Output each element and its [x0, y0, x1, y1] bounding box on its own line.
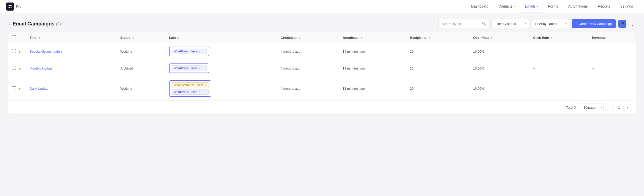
row-status-value: Working	[120, 87, 132, 90]
nav-link-contacts[interactable]: Contacts ▾	[494, 0, 520, 13]
row-open-rate-value: 10.00%	[473, 67, 484, 70]
label-remove-icon[interactable]: ×	[205, 84, 207, 87]
row-broadcast-cell: 13 minutes ago	[339, 60, 406, 77]
row-revenue-cell: --	[588, 77, 636, 101]
select-all-checkbox[interactable]	[12, 35, 16, 39]
row-recipients-cell: 20	[406, 77, 469, 101]
nav-contacts-label: Contacts	[499, 4, 512, 8]
filter-labels-wrapper: Filter by Labels ▾	[532, 19, 569, 28]
contacts-chevron-icon: ▾	[514, 5, 515, 8]
row-title-cell: Special discount offers	[26, 43, 116, 60]
row-labels-cell: WooCommerce Users×WordPress Users×	[165, 77, 277, 101]
more-options-button[interactable]: ⋮	[629, 20, 636, 27]
filter-status-select[interactable]: Filter by status	[491, 19, 529, 28]
row-broadcast-value: 13 minutes ago	[343, 67, 365, 70]
row-checkbox-cell	[8, 77, 18, 101]
nav-link-reports[interactable]: Reports	[593, 0, 615, 13]
row-status-value: Archived	[120, 67, 133, 70]
campaign-title-link-2[interactable]: Monthly Update	[30, 67, 53, 70]
row-expand-cell: ▶	[18, 43, 26, 60]
created-sort-icon[interactable]: ⇅	[299, 37, 301, 39]
nav-link-forms[interactable]: Forms	[543, 0, 563, 13]
page-header: ⌄ Email Campaigns (3) 🔍 Filter by status…	[8, 19, 636, 28]
row-status-cell: Working	[116, 43, 165, 60]
row-open-rate-cell: 10.00%	[469, 60, 529, 77]
row-revenue-value: --	[592, 50, 594, 53]
row-status-cell: Archived	[116, 60, 165, 77]
label-tag: WordPress Users×	[172, 89, 209, 95]
th-revenue: Revenue	[588, 32, 636, 43]
row-recipients-cell: 20	[406, 60, 469, 77]
footer-total: Total 3	[566, 106, 576, 109]
row-labels-cell: WordPress Users×	[165, 60, 277, 77]
row-expand-button-3[interactable]: ▶	[19, 87, 21, 90]
filter-labels-select[interactable]: Filter by Labels	[532, 19, 569, 28]
nav-link-settings[interactable]: Settings	[615, 0, 638, 13]
collapse-icon[interactable]: ⌄	[8, 22, 11, 25]
pagination: ‹ 1 ›	[607, 104, 631, 111]
campaign-title-link-1[interactable]: Special discount offers	[30, 50, 63, 53]
row-click-rate-cell: --	[529, 60, 588, 77]
label-remove-icon[interactable]: ×	[199, 50, 200, 53]
create-campaign-button[interactable]: + Create New Campaign	[572, 19, 616, 28]
nav-settings-label: Settings	[620, 4, 633, 8]
th-open-rate-label: Open Rate	[473, 36, 490, 40]
campaigns-table-container: Title ⇅ Status ⇅ Labels Created at ⇅	[8, 32, 636, 114]
flag-icon-button[interactable]: 🏴	[618, 20, 626, 28]
campaign-title-link-3[interactable]: Daily Update	[30, 87, 48, 90]
table-body: ▶Special discount offersWorkingWordPress…	[8, 43, 636, 101]
nav-reports-label: Reports	[598, 4, 610, 8]
th-labels-label: Labels	[169, 36, 179, 40]
label-tag: WordPress Users×	[172, 49, 207, 54]
row-checkbox-2[interactable]	[12, 66, 16, 70]
table-header-row: Title ⇅ Status ⇅ Labels Created at ⇅	[8, 32, 636, 43]
row-open-rate-value: 10.00%	[473, 87, 484, 90]
row-revenue-value: --	[592, 67, 594, 70]
nav-link-emails[interactable]: Emails ▾	[520, 0, 543, 13]
row-expand-button-1[interactable]: ▶	[19, 50, 21, 53]
per-page-select[interactable]: 10/page 25/page 50/page 100/page	[581, 104, 604, 111]
label-tag: WooCommerce Users×	[172, 82, 209, 88]
prev-page-button[interactable]: ‹	[607, 104, 614, 111]
nav-dashboard-label: Dashboard	[471, 4, 489, 8]
th-title-label: Title	[30, 36, 36, 40]
broadcast-sort-icon[interactable]: ⇅	[360, 37, 363, 39]
row-expand-button-2[interactable]: ▶	[19, 67, 21, 70]
row-checkbox-3[interactable]	[12, 86, 16, 90]
row-broadcast-cell: 12 minutes ago	[339, 77, 406, 101]
nav-link-dashboard[interactable]: Dashboard	[466, 0, 494, 13]
nav-link-automations[interactable]: Automations	[563, 0, 593, 13]
label-remove-icon[interactable]: ×	[199, 67, 200, 70]
row-click-rate-value: --	[533, 87, 535, 90]
title-sort-icon[interactable]: ⇅	[38, 37, 40, 39]
row-labels-cell: WordPress Users×	[165, 43, 277, 60]
status-sort-icon[interactable]: ⇅	[132, 37, 134, 39]
search-input[interactable]	[438, 19, 489, 28]
label-remove-icon[interactable]: ×	[199, 90, 200, 93]
labels-container: WordPress Users×	[169, 47, 209, 56]
table-footer: Total 3 10/page 25/page 50/page 100/page…	[8, 100, 636, 114]
row-broadcast-cell: 14 minutes ago	[339, 43, 406, 60]
open-rate-info-icon[interactable]: ℹ	[491, 36, 492, 39]
click-rate-info-icon[interactable]: ℹ	[551, 36, 552, 39]
row-revenue-value: --	[592, 87, 594, 90]
page-title: Email Campaigns (3)	[13, 21, 61, 27]
row-broadcast-value: 12 minutes ago	[343, 87, 365, 90]
row-recipients-cell: 20	[406, 43, 469, 60]
page-count: (3)	[56, 22, 61, 26]
row-status-cell: Working	[116, 77, 165, 101]
emails-chevron-icon: ▾	[537, 5, 538, 8]
row-expand-cell: ▶	[18, 77, 26, 101]
current-page-number[interactable]: 1	[615, 104, 622, 111]
row-broadcast-value: 14 minutes ago	[343, 50, 365, 53]
row-checkbox-cell	[8, 43, 18, 60]
row-created-value: 4 months ago	[280, 87, 300, 90]
next-page-button[interactable]: ›	[624, 104, 631, 111]
row-revenue-cell: --	[588, 43, 636, 60]
table-row: ▶Daily UpdateWorkingWooCommerce Users×Wo…	[8, 77, 636, 101]
recipients-sort-icon[interactable]: ⇅	[428, 37, 430, 39]
row-checkbox-1[interactable]	[12, 49, 16, 53]
logo-area[interactable]: Pro	[6, 3, 21, 11]
nav-automations-label: Automations	[568, 4, 588, 8]
row-created-cell: 4 months ago	[276, 43, 338, 60]
